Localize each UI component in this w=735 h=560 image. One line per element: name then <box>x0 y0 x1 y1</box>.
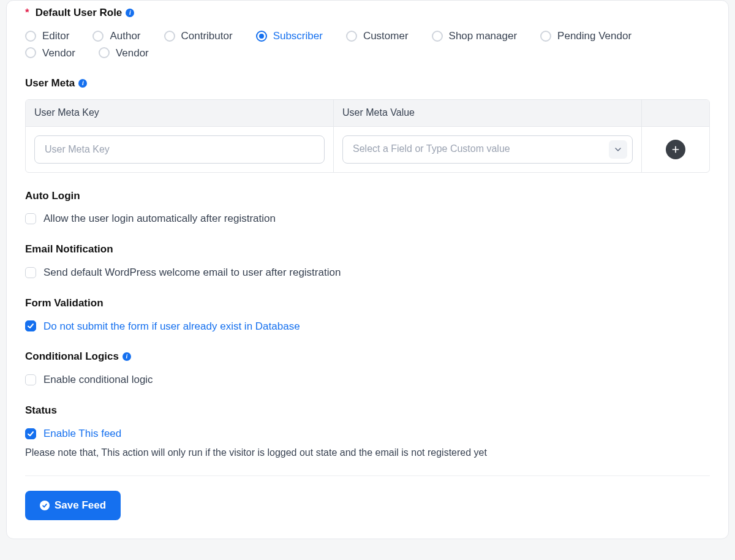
role-radio-pending-vendor[interactable]: Pending Vendor <box>540 29 631 44</box>
checkbox-icon <box>25 267 36 278</box>
col-actions <box>642 100 709 126</box>
col-meta-key: User Meta Key <box>26 100 334 126</box>
status-checkbox[interactable]: Enable This feed <box>25 426 710 441</box>
checkbox-icon <box>25 374 36 385</box>
auto-login-checkbox[interactable]: Allow the user login automatically after… <box>25 211 710 226</box>
conditional-logic-checkbox[interactable]: Enable conditional logic <box>25 373 710 387</box>
checkbox-icon <box>25 428 36 439</box>
radio-label: Shop manager <box>449 29 518 44</box>
radio-icon <box>99 47 110 58</box>
default-role-title: Default User Role <box>36 6 123 20</box>
radio-icon <box>256 31 267 42</box>
role-radio-customer[interactable]: Customer <box>346 29 409 44</box>
cell-meta-key <box>26 127 334 172</box>
radio-label: Pending Vendor <box>557 29 631 44</box>
role-radio-vendor-1[interactable]: Vendor <box>25 46 75 61</box>
cell-meta-value: Select a Field or Type Custom value <box>334 127 642 172</box>
add-row-button[interactable] <box>666 140 685 159</box>
email-notification-title: Email Notification <box>25 242 710 257</box>
status-title: Status <box>25 403 710 418</box>
table-header: User Meta Key User Meta Value <box>26 100 709 126</box>
checkbox-label: Enable conditional logic <box>43 373 153 387</box>
radio-icon <box>164 31 175 42</box>
default-user-role-section: * Default User Role i Editor Author Cont… <box>25 6 710 60</box>
meta-value-select[interactable]: Select a Field or Type Custom value <box>342 135 633 164</box>
radio-label: Author <box>110 29 140 44</box>
col-meta-value: User Meta Value <box>334 100 642 126</box>
check-circle-icon <box>40 501 50 510</box>
status-note: Please note that, This action will only … <box>25 446 710 460</box>
meta-key-input[interactable] <box>34 135 325 164</box>
radio-label: Contributor <box>181 29 233 44</box>
user-meta-table: User Meta Key User Meta Value Select a F… <box>25 99 710 172</box>
checkbox-icon <box>25 213 36 224</box>
save-button-label: Save Feed <box>55 499 106 512</box>
radio-label: Vendor <box>42 46 75 61</box>
radio-label: Subscriber <box>273 29 323 44</box>
info-icon[interactable]: i <box>126 9 134 17</box>
radio-icon <box>25 47 36 58</box>
checkbox-label: Enable This feed <box>43 426 121 441</box>
status-section: Status Enable This feed Please note that… <box>25 403 710 460</box>
radio-icon <box>92 31 104 42</box>
conditional-logics-section: Conditional Logics i Enable conditional … <box>25 349 710 387</box>
role-radio-editor[interactable]: Editor <box>25 29 69 44</box>
radio-label: Vendor <box>116 46 149 61</box>
table-row: Select a Field or Type Custom value <box>26 127 709 172</box>
radio-icon <box>346 31 357 42</box>
radio-label: Editor <box>42 29 69 44</box>
user-meta-title: User Meta <box>25 76 75 91</box>
role-radio-author[interactable]: Author <box>92 29 140 44</box>
role-radio-contributor[interactable]: Contributor <box>164 29 233 44</box>
info-icon[interactable]: i <box>78 79 87 88</box>
checkbox-icon <box>25 320 36 331</box>
radio-icon <box>540 31 551 42</box>
select-placeholder: Select a Field or Type Custom value <box>353 142 510 156</box>
form-validation-title: Form Validation <box>25 296 710 311</box>
checkbox-label: Allow the user login automatically after… <box>43 211 276 226</box>
user-meta-section: User Meta i User Meta Key User Meta Valu… <box>25 76 710 172</box>
email-notification-checkbox[interactable]: Send default WordPress welcome email to … <box>25 265 710 280</box>
role-radio-shop-manager[interactable]: Shop manager <box>432 29 518 44</box>
checkbox-label: Send default WordPress welcome email to … <box>43 265 341 280</box>
radio-icon <box>432 31 443 42</box>
email-notification-section: Email Notification Send default WordPres… <box>25 242 710 280</box>
radio-label: Customer <box>363 29 409 44</box>
auto-login-title: Auto Login <box>25 189 710 203</box>
user-meta-label: User Meta i <box>25 76 710 91</box>
save-feed-button[interactable]: Save Feed <box>25 491 121 520</box>
required-mark: * <box>25 6 29 20</box>
conditional-logics-title: Conditional Logics i <box>25 349 710 364</box>
auto-login-section: Auto Login Allow the user login automati… <box>25 189 710 227</box>
form-validation-checkbox[interactable]: Do not submit the form if user already e… <box>25 319 710 334</box>
form-validation-section: Form Validation Do not submit the form i… <box>25 296 710 334</box>
role-radio-vendor-2[interactable]: Vendor <box>99 46 149 61</box>
default-role-label: * Default User Role i <box>25 6 710 20</box>
info-icon[interactable]: i <box>123 352 131 361</box>
role-radio-group: Editor Author Contributor Subscriber Cus… <box>25 29 687 61</box>
role-radio-subscriber[interactable]: Subscriber <box>256 29 323 44</box>
cell-actions <box>642 127 709 172</box>
divider <box>25 475 710 476</box>
radio-icon <box>25 31 36 42</box>
chevron-down-icon <box>609 140 627 159</box>
checkbox-label: Do not submit the form if user already e… <box>43 319 300 334</box>
conditional-title-text: Conditional Logics <box>25 349 119 364</box>
